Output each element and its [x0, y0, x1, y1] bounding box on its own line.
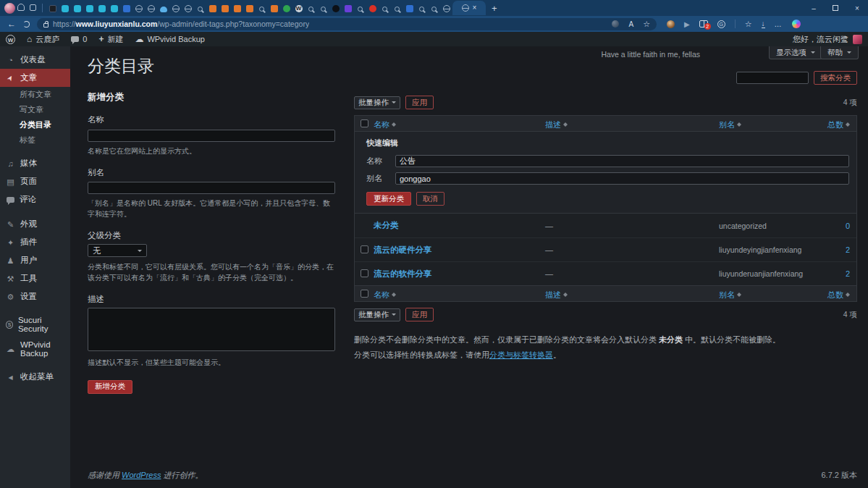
sort-description-header[interactable]: 描述: [545, 290, 568, 300]
cancel-button[interactable]: 取消: [416, 192, 444, 206]
quick-edit-slug-input[interactable]: [395, 172, 849, 185]
my-account-menu[interactable]: 您好，流云闲鹭: [793, 34, 868, 45]
category-name-link[interactable]: 未分类: [374, 221, 399, 230]
sidebar-item-new-post[interactable]: 写文章: [0, 102, 70, 117]
sidebar-item-collapse-menu[interactable]: 收起菜单: [0, 368, 70, 386]
sidebar-item-pages[interactable]: 页面: [0, 172, 70, 190]
row-checkbox[interactable]: [361, 269, 368, 277]
comments-menu[interactable]: 0: [65, 32, 93, 46]
browser-tab[interactable]: [342, 1, 354, 16]
browser-tab[interactable]: [440, 1, 452, 16]
search-categories-button[interactable]: 搜索分类: [814, 71, 857, 85]
copilot-icon[interactable]: [792, 20, 801, 28]
browser-profile-avatar[interactable]: [4, 3, 15, 14]
sort-name-header[interactable]: 名称: [374, 290, 396, 300]
sidebar-item-posts[interactable]: 文章: [0, 69, 70, 87]
sidebar-item-plugins[interactable]: 插件: [0, 233, 70, 251]
minimize-button[interactable]: –: [803, 4, 825, 12]
downloads-icon[interactable]: ↓: [762, 20, 765, 28]
sidebar-item-all-posts[interactable]: 所有文章: [0, 87, 70, 102]
tag-converter-link[interactable]: 分类与标签转换器: [489, 350, 553, 359]
sort-count-header[interactable]: 总数: [827, 119, 850, 130]
add-category-button[interactable]: 新增分类: [88, 380, 132, 394]
browser-tab[interactable]: [379, 1, 391, 16]
sidebar-item-wpvivid-backup[interactable]: WPvivid Backup: [0, 337, 70, 361]
browser-tab[interactable]: [132, 1, 145, 16]
browser-tab[interactable]: [157, 1, 169, 16]
browser-tab[interactable]: [280, 1, 292, 16]
help-button[interactable]: 帮助: [820, 46, 859, 59]
sort-count-header[interactable]: 总数: [827, 290, 850, 300]
row-checkbox[interactable]: [361, 245, 368, 253]
tracking-prevention-icon[interactable]: [612, 20, 619, 28]
sort-name-header[interactable]: 名称: [374, 119, 396, 130]
apply-button[interactable]: 应用: [405, 308, 434, 321]
bulk-actions-select[interactable]: 批量操作: [354, 96, 400, 109]
browser-tab[interactable]: [416, 1, 428, 16]
browser-tab[interactable]: [329, 1, 342, 16]
bulk-actions-select[interactable]: 批量操作: [354, 308, 400, 321]
browser-tab[interactable]: [391, 1, 403, 16]
select-all-checkbox[interactable]: [361, 119, 368, 127]
browser-tab[interactable]: [96, 1, 108, 16]
tab-actions-icon[interactable]: [27, 4, 38, 12]
browser-tab[interactable]: [292, 1, 305, 16]
quick-edit-name-input[interactable]: [395, 155, 849, 167]
sidebar-item-dashboard[interactable]: 仪表盘: [0, 51, 70, 69]
browser-tab[interactable]: [219, 1, 231, 16]
sidebar-item-tools[interactable]: 工具: [0, 269, 70, 287]
browser-tab[interactable]: [243, 1, 256, 16]
browser-tab[interactable]: [403, 1, 416, 16]
browser-tab[interactable]: [366, 1, 379, 16]
refresh-icon[interactable]: [23, 21, 30, 28]
wpvivid-backup-menu[interactable]: ☁WPvivid Backup: [129, 32, 210, 46]
address-bar[interactable]: https://www.liuyunxianlu.com/wp-admin/ed…: [37, 18, 657, 30]
category-name-link[interactable]: 流云的硬件分享: [374, 245, 432, 254]
browser-tab[interactable]: [120, 1, 132, 16]
sort-description-header[interactable]: 描述: [545, 119, 568, 130]
sort-slug-header[interactable]: 别名: [719, 119, 741, 130]
browser-tab[interactable]: [268, 1, 280, 16]
tampermonkey-extension-icon[interactable]: [667, 20, 675, 28]
browser-tab[interactable]: [46, 1, 59, 16]
sidebar-item-users[interactable]: 用户: [0, 251, 70, 269]
sidebar-item-comments[interactable]: 评论: [0, 190, 70, 209]
browser-tab[interactable]: [428, 1, 440, 16]
category-count-link[interactable]: 2: [846, 269, 850, 278]
back-icon[interactable]: ←: [7, 19, 16, 29]
category-description-textarea[interactable]: [88, 308, 335, 351]
favorites-bar-icon[interactable]: ☆: [745, 20, 752, 29]
category-count-link[interactable]: 2: [846, 245, 850, 254]
update-category-button[interactable]: 更新分类: [366, 192, 411, 206]
active-browser-tab[interactable]: ×: [452, 1, 486, 15]
browser-tab[interactable]: [169, 1, 182, 16]
favorite-star-icon[interactable]: ☆: [643, 20, 650, 29]
browser-tab[interactable]: [59, 1, 71, 16]
workspaces-icon[interactable]: [15, 4, 27, 12]
apply-button[interactable]: 应用: [405, 96, 434, 109]
read-aloud-icon[interactable]: A: [628, 20, 633, 28]
sidebar-item-sucuri-security[interactable]: SSucuri Security: [0, 312, 70, 337]
new-content-menu[interactable]: +新建: [93, 32, 129, 46]
browser-essentials-icon[interactable]: G: [717, 20, 725, 28]
close-button[interactable]: ×: [846, 4, 868, 12]
browser-menu-icon[interactable]: …: [775, 20, 783, 28]
browser-tab[interactable]: [231, 1, 243, 16]
site-name-menu[interactable]: ⌂云鹿庐: [21, 32, 65, 46]
sidebar-item-appearance[interactable]: 外观: [0, 215, 70, 233]
browser-tab[interactable]: [354, 1, 366, 16]
new-tab-button[interactable]: +: [492, 3, 497, 14]
category-slug-input[interactable]: [88, 182, 335, 194]
sidebar-item-media[interactable]: 媒体: [0, 154, 70, 172]
browser-tab[interactable]: [194, 1, 206, 16]
maximize-button[interactable]: [825, 4, 846, 12]
tab-close-icon[interactable]: ×: [473, 4, 477, 12]
browser-tab[interactable]: [206, 1, 219, 16]
browser-tab[interactable]: [317, 1, 329, 16]
browser-tab[interactable]: [145, 1, 157, 16]
browser-tab[interactable]: [256, 1, 268, 16]
select-all-checkbox[interactable]: [361, 290, 368, 298]
category-name-input[interactable]: [88, 130, 335, 142]
sidebar-item-categories[interactable]: 分类目录: [0, 117, 70, 132]
parent-category-select[interactable]: 无: [88, 244, 147, 257]
